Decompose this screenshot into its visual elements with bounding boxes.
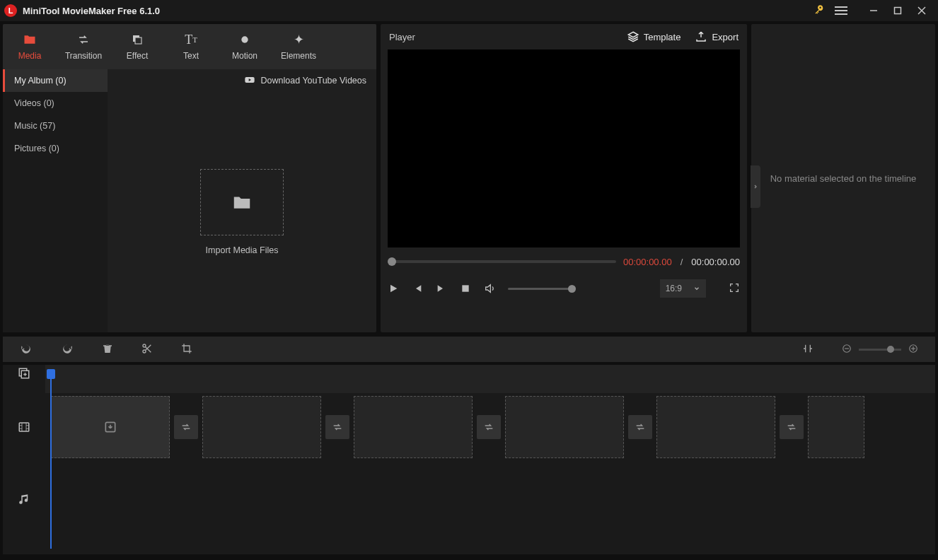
volume-slider[interactable]	[508, 288, 576, 290]
tab-elements[interactable]: ✦ Elements	[272, 24, 325, 69]
tab-transition-label: Transition	[65, 51, 102, 61]
prev-frame-button[interactable]	[412, 283, 423, 294]
clip-slot[interactable]	[354, 396, 473, 458]
zoom-out-button[interactable]	[842, 344, 852, 356]
zoom-slider[interactable]	[859, 349, 901, 351]
clip-slot[interactable]	[51, 396, 170, 458]
timeline-toolbar	[3, 337, 935, 362]
transition-slot[interactable]	[628, 415, 652, 439]
stop-button[interactable]	[460, 283, 471, 294]
clip-slot[interactable]	[202, 396, 321, 458]
fullscreen-button[interactable]	[729, 282, 740, 296]
player-panel: Player Template Export 00:00:00.00 / 00:…	[381, 24, 747, 332]
template-icon	[627, 30, 639, 43]
zoom-in-button[interactable]	[908, 344, 918, 356]
time-current: 00:00:00.00	[623, 257, 672, 267]
tab-text[interactable]: TT Text	[164, 24, 218, 69]
primary-tabs: Media Transition Effect TT Text Motion ✦…	[3, 24, 376, 69]
app-logo-icon: L	[4, 4, 17, 17]
export-icon	[695, 30, 707, 43]
undo-button[interactable]	[20, 342, 33, 357]
export-label: Export	[712, 32, 739, 42]
tab-effect-label: Effect	[127, 51, 148, 61]
split-button[interactable]	[141, 343, 153, 356]
trash-icon	[102, 343, 113, 354]
clip-slot[interactable]	[505, 396, 624, 458]
tab-motion[interactable]: Motion	[218, 24, 272, 69]
video-track[interactable]	[45, 393, 935, 461]
sidebar-item-videos[interactable]: Videos (0)	[3, 92, 108, 115]
media-sidebar: My Album (0) Videos (0) Music (57) Pictu…	[3, 69, 108, 332]
time-separator: /	[679, 257, 685, 267]
timeline-ruler[interactable]	[45, 365, 935, 382]
player-seekbar[interactable]	[388, 260, 616, 263]
volume-button[interactable]	[484, 283, 495, 294]
template-button[interactable]: Template	[627, 30, 681, 43]
next-frame-button[interactable]	[436, 283, 447, 294]
redo-button[interactable]	[61, 342, 74, 357]
tab-effect[interactable]: Effect	[110, 24, 164, 69]
tab-transition[interactable]: Transition	[57, 24, 110, 69]
clip-slot[interactable]	[808, 396, 864, 458]
tab-elements-label: Elements	[281, 51, 316, 61]
clip-slot[interactable]	[656, 396, 775, 458]
delete-button[interactable]	[102, 343, 113, 356]
music-note-icon	[18, 493, 30, 506]
svg-point-9	[143, 344, 146, 347]
time-total: 00:00:00.00	[691, 257, 740, 267]
transition-slot[interactable]	[780, 415, 804, 439]
minimize-button[interactable]	[862, 0, 886, 21]
undo-icon	[20, 342, 33, 355]
playhead-handle[interactable]	[47, 369, 55, 379]
zoom-thumb[interactable]	[887, 346, 894, 353]
volume-thumb[interactable]	[568, 285, 576, 293]
crop-button[interactable]	[181, 343, 192, 356]
redo-icon	[61, 342, 74, 355]
transition-slot[interactable]	[174, 415, 198, 439]
timeline	[3, 365, 935, 554]
minus-circle-icon	[842, 344, 852, 354]
import-media-button[interactable]	[200, 169, 284, 235]
sidebar-item-myalbum[interactable]: My Album (0)	[3, 69, 108, 92]
folder-icon	[23, 33, 37, 47]
player-viewport[interactable]	[388, 49, 740, 247]
close-button[interactable]	[910, 0, 934, 21]
app-title: MiniTool MovieMaker Free 6.1.0	[23, 6, 160, 16]
text-icon: TT	[185, 33, 197, 47]
sidebar-item-pictures[interactable]: Pictures (0)	[3, 137, 108, 160]
license-key-icon[interactable]	[813, 4, 825, 18]
transition-slot[interactable]	[477, 415, 501, 439]
import-media-label: Import Media Files	[206, 245, 279, 255]
transition-slot[interactable]	[325, 415, 349, 439]
swap-icon	[786, 421, 797, 433]
play-button[interactable]	[388, 283, 399, 294]
add-track-button[interactable]	[3, 365, 45, 382]
player-title: Player	[389, 32, 415, 42]
stop-icon	[460, 283, 471, 294]
download-youtube-label: Download YouTube Videos	[261, 76, 366, 86]
download-youtube-button[interactable]: Download YouTube Videos	[108, 69, 376, 92]
media-panel: Media Transition Effect TT Text Motion ✦…	[3, 24, 376, 332]
template-label: Template	[644, 32, 681, 42]
inspector-collapse-button[interactable]	[751, 165, 760, 208]
video-track-icon	[3, 393, 45, 461]
sparkle-icon: ✦	[294, 33, 304, 47]
play-icon	[388, 283, 399, 294]
chevron-down-icon	[693, 285, 700, 292]
menu-icon[interactable]	[835, 4, 847, 17]
swap-icon	[77, 33, 90, 47]
maximize-button[interactable]	[886, 0, 910, 21]
plus-circle-icon	[908, 344, 918, 354]
export-button[interactable]: Export	[695, 30, 739, 43]
layers-icon	[131, 33, 144, 47]
crop-icon	[181, 343, 192, 354]
audio-track[interactable]	[45, 465, 935, 533]
aspect-ratio-select[interactable]: 16:9	[660, 279, 706, 298]
seekbar-thumb[interactable]	[388, 257, 396, 266]
tab-media[interactable]: Media	[3, 24, 57, 69]
fullscreen-icon	[729, 282, 740, 293]
tab-media-label: Media	[18, 51, 42, 61]
swap-icon	[635, 421, 646, 433]
fit-timeline-button[interactable]	[802, 343, 813, 356]
sidebar-item-music[interactable]: Music (57)	[3, 115, 108, 137]
